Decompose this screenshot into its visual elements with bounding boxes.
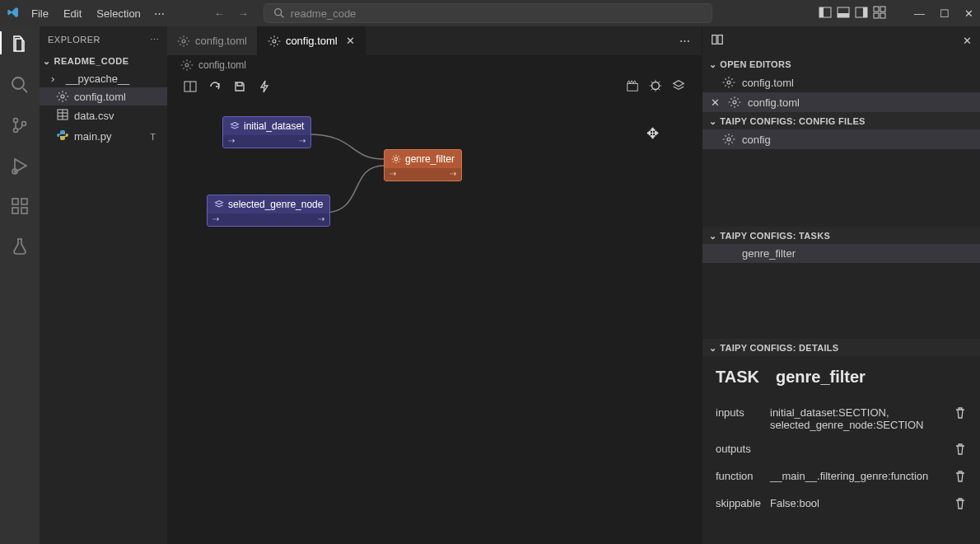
layout-right-icon[interactable] bbox=[855, 6, 868, 21]
search-icon bbox=[273, 7, 286, 20]
testing-activity-icon[interactable] bbox=[10, 237, 30, 259]
prop-value: False:bool bbox=[770, 497, 947, 509]
clapper-icon[interactable] bbox=[626, 79, 639, 96]
chevron-down-icon: ⌄ bbox=[709, 116, 716, 127]
chevron-down-icon: ⌄ bbox=[709, 59, 716, 70]
details-header[interactable]: ⌄ TAIPY CONFIGS: DETAILS bbox=[702, 339, 980, 356]
trash-icon[interactable] bbox=[954, 470, 967, 485]
tab-config-2[interactable]: config.toml ✕ bbox=[258, 26, 366, 55]
node-label: genre_filter bbox=[405, 153, 455, 165]
extensions-activity-icon[interactable] bbox=[10, 196, 30, 218]
node-initial-dataset[interactable]: initial_dataset ⇢⇢ bbox=[222, 116, 311, 148]
task-icon[interactable] bbox=[649, 79, 662, 96]
file-label: config.toml bbox=[74, 91, 126, 103]
node-selected-genre[interactable]: selected_genre_node ⇢⇢ bbox=[207, 195, 330, 227]
window-maximize-icon[interactable]: ☐ bbox=[940, 7, 950, 20]
layout-customize-icon[interactable] bbox=[873, 6, 886, 21]
trash-icon[interactable] bbox=[954, 443, 967, 458]
layers-icon[interactable] bbox=[672, 79, 685, 96]
nav-back-icon[interactable]: ← bbox=[214, 7, 225, 20]
svg-point-29 bbox=[185, 63, 189, 67]
gear-icon bbox=[728, 96, 741, 109]
node-label: initial_dataset bbox=[244, 120, 304, 132]
file-data-csv[interactable]: data.csv bbox=[40, 106, 167, 126]
svg-line-1 bbox=[281, 15, 283, 17]
lightning-icon[interactable] bbox=[258, 80, 271, 96]
project-root[interactable]: ⌄ README_CODE bbox=[40, 53, 167, 68]
config-files-header[interactable]: ⌄ TAIPY CONFIGS: CONFIG FILES bbox=[702, 112, 980, 129]
open-editor-item-1[interactable]: config.toml bbox=[702, 73, 980, 92]
prop-value: __main__.filtering_genre:function bbox=[770, 470, 947, 482]
node-label: selected_genre_node bbox=[228, 199, 323, 210]
file-label: __pycache__ bbox=[66, 73, 129, 85]
trash-icon[interactable] bbox=[954, 497, 967, 513]
item-label: genre_filter bbox=[742, 247, 796, 260]
menu-selection[interactable]: Selection bbox=[90, 4, 147, 23]
file-config-toml[interactable]: config.toml bbox=[40, 87, 167, 106]
svg-rect-21 bbox=[21, 199, 27, 204]
open-editor-item-2[interactable]: ✕ config.toml bbox=[702, 92, 980, 112]
breadcrumb[interactable]: config.toml bbox=[167, 55, 702, 75]
close-icon[interactable]: ✕ bbox=[711, 96, 720, 109]
svg-rect-19 bbox=[12, 208, 18, 213]
open-editors-header[interactable]: ⌄ OPEN EDITORS bbox=[702, 55, 980, 73]
item-label: config bbox=[742, 134, 771, 146]
tab-actions-icon[interactable]: ⋯ bbox=[679, 35, 690, 47]
layout-left-icon[interactable] bbox=[819, 6, 832, 21]
tab-config-1[interactable]: config.toml bbox=[167, 26, 258, 55]
node-genre-filter[interactable]: genre_filter ⇢⇢ bbox=[384, 149, 462, 181]
svg-rect-20 bbox=[21, 208, 27, 213]
refresh-icon[interactable] bbox=[208, 80, 222, 96]
book-icon[interactable] bbox=[711, 33, 724, 49]
window-minimize-icon[interactable]: — bbox=[914, 7, 925, 20]
search-activity-icon[interactable] bbox=[10, 75, 30, 97]
chevron-right-icon: › bbox=[51, 73, 61, 85]
trash-icon[interactable] bbox=[954, 406, 967, 422]
menu-file[interactable]: File bbox=[25, 4, 55, 23]
task-item[interactable]: genre_filter bbox=[702, 244, 980, 263]
tasks-header[interactable]: ⌄ TAIPY CONFIGS: TASKS bbox=[702, 227, 980, 244]
detail-kind: TASK bbox=[716, 368, 759, 387]
python-icon bbox=[56, 129, 69, 144]
explorer-activity-icon[interactable] bbox=[10, 35, 30, 57]
right-panel: ✕ ⌄ OPEN EDITORS config.toml ✕ config.to… bbox=[702, 26, 980, 544]
svg-rect-10 bbox=[874, 13, 879, 18]
svg-rect-3 bbox=[819, 7, 824, 17]
command-center-search[interactable]: readme_code bbox=[264, 3, 712, 23]
port-in-icon[interactable]: ⇢ bbox=[390, 169, 396, 178]
menu-edit[interactable]: Edit bbox=[57, 4, 88, 23]
editor-area: config.toml config.toml ✕ ⋯ config.toml bbox=[167, 26, 702, 544]
close-icon[interactable]: ✕ bbox=[346, 35, 355, 47]
file-label: data.csv bbox=[74, 110, 114, 122]
gear-icon bbox=[722, 133, 735, 146]
port-in-icon[interactable]: ⇢ bbox=[228, 136, 235, 145]
layout-bottom-icon[interactable] bbox=[837, 6, 850, 21]
prop-outputs: outputs bbox=[716, 443, 967, 458]
nav-forward-icon[interactable]: → bbox=[238, 7, 249, 20]
run-debug-activity-icon[interactable] bbox=[10, 156, 30, 178]
prop-function: function __main__.filtering_genre:functi… bbox=[716, 470, 967, 485]
folder-pycache[interactable]: › __pycache__ bbox=[40, 70, 167, 87]
explorer-menu-icon[interactable]: ⋯ bbox=[150, 35, 160, 45]
port-out-icon[interactable]: ⇢ bbox=[450, 169, 456, 178]
port-out-icon[interactable]: ⇢ bbox=[318, 214, 324, 223]
chevron-down-icon: ⌄ bbox=[43, 56, 51, 67]
split-editor-icon[interactable] bbox=[184, 80, 197, 96]
section-label: TAIPY CONFIGS: TASKS bbox=[720, 231, 830, 241]
svg-point-12 bbox=[12, 77, 24, 89]
port-in-icon[interactable]: ⇢ bbox=[212, 214, 219, 223]
window-close-icon[interactable]: ✕ bbox=[964, 7, 973, 20]
file-modified-badge: T bbox=[150, 132, 159, 142]
gear-icon bbox=[177, 35, 190, 48]
menu-overflow-icon[interactable]: ⋯ bbox=[154, 7, 165, 20]
file-main-py[interactable]: main.py T bbox=[40, 126, 167, 147]
diagram-canvas[interactable]: initial_dataset ⇢⇢ selected_genre_node ⇢… bbox=[167, 100, 702, 544]
close-panel-icon[interactable]: ✕ bbox=[963, 35, 972, 47]
save-icon[interactable] bbox=[233, 80, 246, 96]
svg-point-37 bbox=[727, 138, 730, 141]
port-out-icon[interactable]: ⇢ bbox=[299, 136, 306, 145]
section-label: TAIPY CONFIGS: DETAILS bbox=[720, 343, 838, 353]
source-control-activity-icon[interactable] bbox=[10, 115, 30, 138]
config-file-item[interactable]: config bbox=[702, 129, 980, 149]
move-cursor-icon: ✥ bbox=[646, 124, 659, 143]
